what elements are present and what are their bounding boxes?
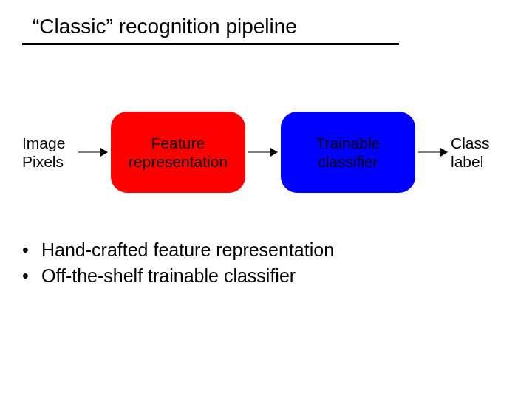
svg-marker-5 bbox=[440, 148, 448, 157]
pipeline-input: Image Pixels bbox=[22, 134, 75, 171]
stage-classifier-line1: Trainable bbox=[316, 134, 381, 151]
arrow-icon bbox=[418, 146, 448, 159]
bullet-list: • Hand-crafted feature representation • … bbox=[22, 237, 510, 289]
stage-feature-line1: Feature bbox=[151, 134, 205, 151]
bullet-text: Hand-crafted feature representation bbox=[41, 237, 334, 263]
arrow-icon bbox=[78, 146, 108, 159]
bullet-item: • Off-the-shelf trainable classifier bbox=[22, 263, 510, 289]
pipeline-input-line2: Pixels bbox=[22, 153, 64, 170]
svg-marker-1 bbox=[100, 148, 108, 157]
pipeline-input-line1: Image bbox=[22, 134, 65, 151]
stage-classifier-line2: classifier bbox=[318, 153, 378, 170]
pipeline-row: Image Pixels Feature representation Trai… bbox=[22, 112, 510, 193]
pipeline-output-line2: label bbox=[451, 153, 483, 170]
bullet-dot-icon: • bbox=[22, 263, 41, 289]
pipeline-output: Class label bbox=[451, 134, 502, 171]
slide-title: “Classic” recognition pipeline bbox=[22, 15, 399, 45]
bullet-dot-icon: • bbox=[22, 237, 41, 263]
pipeline-stage-feature: Feature representation bbox=[111, 112, 245, 193]
arrow-icon bbox=[248, 146, 278, 159]
bullet-item: • Hand-crafted feature representation bbox=[22, 237, 510, 263]
svg-marker-3 bbox=[270, 148, 278, 157]
stage-feature-line2: representation bbox=[129, 153, 228, 170]
pipeline-output-line1: Class bbox=[451, 134, 490, 151]
pipeline-stage-classifier: Trainable classifier bbox=[281, 112, 415, 193]
bullet-text: Off-the-shelf trainable classifier bbox=[41, 263, 296, 289]
